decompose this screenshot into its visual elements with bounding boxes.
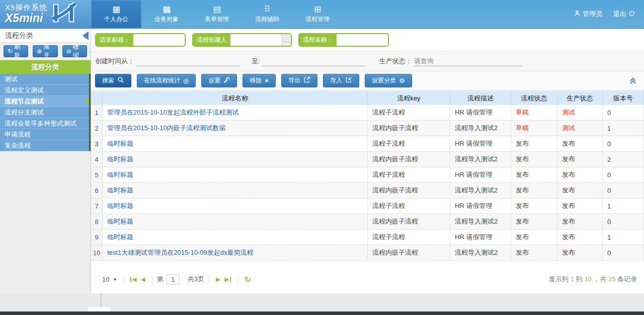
cell-desc: HR 请假管理	[450, 136, 511, 151]
table-row[interactable]: 8 临时标题 流程内嵌子流程 流程导入测试2 发布 发布 0	[91, 214, 644, 230]
tree-collapse-button[interactable]: ⊖ 收缩	[62, 45, 87, 57]
flow-name-link[interactable]: 临时标题	[107, 201, 133, 211]
cell-prod: 发布	[557, 214, 603, 229]
tab-flow-assist[interactable]: ⠿ 流程辅助	[242, 0, 292, 28]
table-row[interactable]: 10 test1大雄测试管理员在2015-10-09发起dx最简流程 流程内嵌子…	[91, 245, 644, 261]
settings-button[interactable]: 设置	[201, 74, 237, 87]
logout-button[interactable]: 退出	[613, 10, 635, 19]
col-flow-desc[interactable]: 流程描述	[450, 91, 511, 105]
page-size-select[interactable]: 10 ▼	[100, 275, 119, 284]
date-to-input[interactable]	[262, 56, 365, 66]
gear-icon: ⚙	[399, 77, 405, 84]
sidebar-title-bar: 流程分类	[0, 29, 91, 43]
tab-business-object[interactable]: ▩ 业务对象	[141, 0, 192, 28]
col-flow-status[interactable]: 流程状态	[511, 91, 557, 105]
prod-status-input[interactable]	[414, 56, 522, 66]
date-from-label: 创建时间从：	[95, 57, 134, 66]
col-version[interactable]: 版本号	[603, 91, 644, 105]
collapse-panel-icon[interactable]	[629, 77, 637, 86]
tree-item-7[interactable]: 复杂流程	[0, 140, 91, 151]
flow-name-label: 流程名称：	[299, 34, 337, 46]
col-prod-status[interactable]: 生产状态	[557, 91, 603, 105]
summary-from: 1	[571, 275, 574, 283]
cell-key: 流程内嵌子流程	[368, 245, 450, 260]
tab-flow-management[interactable]: ⊞ 流程管理	[292, 0, 343, 28]
tree-item-6[interactable]: 申请流程	[0, 129, 91, 140]
flow-name-input[interactable]	[337, 34, 388, 46]
flow-name-link[interactable]: 临时标题	[107, 170, 133, 179]
cell-prod: 测试	[557, 121, 603, 136]
summary-to-word: 到	[576, 275, 583, 283]
power-icon	[628, 10, 635, 18]
page-number-input[interactable]	[167, 274, 180, 284]
online-stats-label: 在线流程统计	[144, 76, 180, 85]
tree-item-2[interactable]: 流程定义测试	[0, 85, 91, 96]
col-flow-name[interactable]: 流程名称	[103, 91, 368, 105]
tab-personal-office[interactable]: ▦ 个人办公	[91, 0, 141, 28]
import-button[interactable]: 导入	[323, 74, 359, 87]
flow-name-link[interactable]: 临时标题	[107, 139, 133, 148]
tree-expand-button[interactable]: ⊕ 展开	[33, 45, 57, 57]
total-pages-label: 共3页	[188, 275, 204, 284]
cell-key: 流程子流程	[368, 167, 450, 182]
footer-band	[0, 293, 644, 311]
reload-icon[interactable]: ↻	[245, 275, 251, 284]
search-button[interactable]: 搜索	[95, 74, 131, 87]
table-row[interactable]: 5 临时标题 流程子流程 HR 请假管理 发布 发布 0	[91, 167, 644, 183]
search-button-label: 搜索	[102, 76, 114, 85]
creator-picker-button[interactable]: …	[282, 34, 291, 46]
table-row[interactable]: 9 临时标题 流程子流程 HR 请假管理 发布 发布 1	[91, 230, 644, 245]
flow-name-link[interactable]: test1大雄测试管理员在2015-10-09发起dx最简流程	[107, 248, 253, 257]
next-page-button[interactable]: ▶	[216, 276, 220, 283]
tab-label: 流程管理	[305, 15, 330, 24]
col-flow-key[interactable]: 流程key	[368, 91, 450, 105]
online-stats-button[interactable]: 在线流程统计 ◎	[137, 74, 196, 87]
table-row[interactable]: 1 管理员在2015-10-10发起流程外部子流程测试 流程子流程 HR 请假管…	[91, 105, 644, 121]
cell-index: 2	[91, 121, 103, 136]
table-row[interactable]: 7 临时标题 流程子流程 HR 请假管理 发布 发布 1	[91, 198, 644, 214]
flow-name-link[interactable]: 临时标题	[107, 155, 133, 164]
tree-item-3-selected[interactable]: 流程节点测试	[0, 96, 91, 107]
tab-form-management[interactable]: ▤ 表单管理	[192, 0, 242, 28]
business-object-icon: ▩	[163, 5, 171, 14]
flow-name-link[interactable]: 临时标题	[107, 233, 133, 242]
flow-assist-icon: ⠿	[264, 5, 270, 14]
cell-status: 发布	[511, 230, 557, 245]
request-title-input[interactable]	[133, 34, 185, 46]
tree-refresh-button[interactable]: ↻ 刷新	[4, 45, 28, 57]
divider	[209, 275, 209, 283]
remove-button[interactable]: 移除 ×	[243, 74, 276, 87]
table-row[interactable]: 2 管理员在2015-10-10内嵌子流程测试数据 流程内嵌子流程 流程导入测试…	[91, 121, 644, 136]
table-row[interactable]: 4 临时标题 流程内嵌子流程 流程导入测试2 发布 发布 2	[91, 152, 644, 167]
cell-index: 4	[91, 152, 103, 167]
cell-status: 草稿	[511, 121, 557, 136]
flow-name-link[interactable]: 临时标题	[107, 186, 133, 195]
cell-index: 1	[91, 105, 103, 120]
tree-item-4[interactable]: 流程分支测试	[0, 107, 91, 118]
cell-status: 发布	[511, 167, 557, 182]
tree-item-5[interactable]: 流程会签等多种形式测试	[0, 118, 91, 129]
first-page-button[interactable]: ◀	[130, 276, 136, 283]
tree-list: 测试 流程定义测试 流程节点测试 流程分支测试 流程会签等多种形式测试 申请流程…	[0, 74, 91, 151]
flow-name-link[interactable]: 管理员在2015-10-10内嵌子流程测试数据	[107, 124, 226, 133]
bottom-strip	[0, 311, 644, 315]
creator-input[interactable]	[230, 34, 282, 46]
flow-name-link[interactable]: 临时标题	[107, 217, 133, 226]
cell-desc: HR 请假管理	[450, 198, 511, 214]
footer-resize-notch	[89, 307, 111, 311]
tree-item-1[interactable]: 测试	[0, 74, 91, 85]
flow-name-link[interactable]: 管理员在2015-10-10发起流程外部子流程测试	[107, 108, 239, 117]
table-row[interactable]: 3 临时标题 流程子流程 HR 请假管理 发布 发布 0	[91, 136, 644, 152]
cell-desc: HR 请假管理	[450, 167, 511, 182]
set-category-button[interactable]: 设置分类 ⚙	[365, 74, 412, 87]
top-header: X5操作系统 X5mini ▦ 个人办公 ▩ 业	[0, 0, 644, 29]
sidebar-collapse-arrow-icon[interactable]	[83, 31, 89, 40]
table-row[interactable]: 6 临时标题 流程内嵌子流程 流程导入测试2 发布 发布 0	[91, 183, 644, 198]
last-page-button[interactable]: ▶	[224, 276, 230, 283]
brand-h-logo-icon	[51, 2, 76, 26]
prev-page-button[interactable]: ◀	[141, 276, 145, 283]
export-button[interactable]: 导出	[281, 74, 317, 87]
current-user[interactable]: 管理员	[574, 10, 602, 19]
date-from-input[interactable]	[136, 56, 239, 66]
cell-version: 0	[603, 136, 644, 151]
